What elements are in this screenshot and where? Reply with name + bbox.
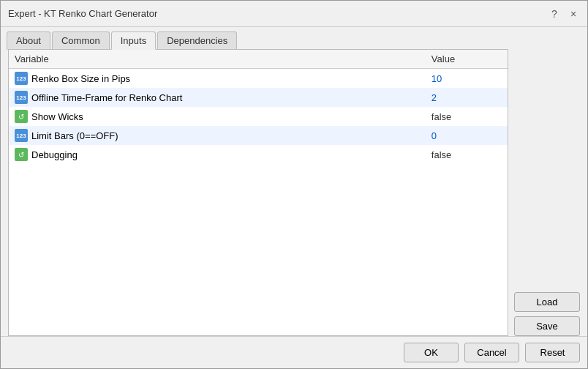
variable-value: false bbox=[426, 145, 508, 164]
icon-bool: ↺ bbox=[15, 110, 28, 123]
icon-123: 123 bbox=[15, 72, 28, 85]
tab-bar: About Common Inputs Dependencies bbox=[1, 27, 587, 50]
variable-value: 2 bbox=[426, 88, 508, 107]
table-row[interactable]: ↺Show Wicksfalse bbox=[9, 107, 508, 126]
col-variable-header: Variable bbox=[9, 50, 426, 69]
icon-bool: ↺ bbox=[15, 148, 28, 161]
title-bar: Expert - KT Renko Chart Generator ? × bbox=[1, 1, 587, 27]
inputs-table-container: Variable Value 123Renko Box Size in Pips… bbox=[8, 49, 508, 336]
footer: OK Cancel Reset bbox=[1, 336, 587, 368]
cancel-button[interactable]: Cancel bbox=[464, 343, 519, 362]
variable-name: Offline Time-Frame for Renko Chart bbox=[31, 92, 182, 103]
load-button[interactable]: Load bbox=[514, 292, 580, 312]
table-row[interactable]: 123Renko Box Size in Pips10 bbox=[9, 69, 508, 89]
tab-about[interactable]: About bbox=[7, 31, 50, 50]
variable-name: Debugging bbox=[31, 149, 78, 160]
help-button[interactable]: ? bbox=[548, 7, 561, 20]
icon-123: 123 bbox=[15, 129, 28, 142]
variable-value: false bbox=[426, 107, 508, 126]
variable-value: 10 bbox=[426, 69, 508, 89]
table-row[interactable]: ↺Debuggingfalse bbox=[9, 145, 508, 164]
variable-name: Renko Box Size in Pips bbox=[31, 73, 130, 84]
ok-button[interactable]: OK bbox=[404, 343, 459, 362]
variable-value: 0 bbox=[426, 126, 508, 145]
table-row[interactable]: 123Offline Time-Frame for Renko Chart2 bbox=[9, 88, 508, 107]
variable-name: Show Wicks bbox=[31, 111, 83, 122]
window-title: Expert - KT Renko Chart Generator bbox=[8, 8, 157, 19]
title-controls: ? × bbox=[548, 7, 580, 20]
close-button[interactable]: × bbox=[567, 7, 580, 20]
tab-inputs[interactable]: Inputs bbox=[111, 31, 156, 50]
save-button[interactable]: Save bbox=[514, 316, 580, 336]
tab-common[interactable]: Common bbox=[52, 31, 110, 50]
side-buttons: Load Save bbox=[508, 49, 580, 336]
variable-name: Limit Bars (0==OFF) bbox=[31, 130, 118, 141]
tab-dependencies[interactable]: Dependencies bbox=[157, 31, 237, 50]
reset-button[interactable]: Reset bbox=[525, 343, 580, 362]
col-value-header: Value bbox=[426, 50, 508, 69]
icon-123: 123 bbox=[15, 91, 28, 104]
window: Expert - KT Renko Chart Generator ? × Ab… bbox=[0, 0, 588, 369]
inputs-table: Variable Value 123Renko Box Size in Pips… bbox=[9, 50, 508, 164]
table-row[interactable]: 123Limit Bars (0==OFF)0 bbox=[9, 126, 508, 145]
